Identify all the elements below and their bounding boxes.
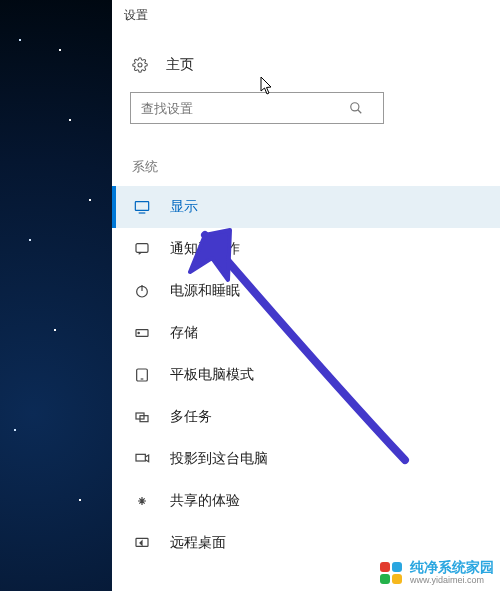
home-label: 主页	[166, 56, 194, 74]
storage-icon	[132, 325, 152, 341]
sidebar-item-label: 远程桌面	[170, 534, 226, 552]
svg-rect-14	[136, 454, 145, 461]
svg-point-0	[138, 63, 142, 67]
sidebar-item-label: 显示	[170, 198, 198, 216]
home-link[interactable]: 主页	[112, 30, 500, 78]
message-icon	[132, 241, 152, 257]
gear-icon	[130, 57, 150, 73]
sidebar-group-label: 系统	[112, 124, 500, 186]
svg-point-1	[351, 103, 359, 111]
watermark-logo-icon	[378, 560, 404, 586]
search-input[interactable]	[131, 101, 349, 116]
window-title: 设置	[112, 0, 500, 30]
sidebar-item-tablet[interactable]: 平板电脑模式	[112, 354, 500, 396]
search-box[interactable]	[130, 92, 384, 124]
project-icon	[132, 451, 152, 467]
tablet-icon	[132, 367, 152, 383]
sidebar-item-power[interactable]: 电源和睡眠	[112, 270, 500, 312]
monitor-icon	[132, 199, 152, 215]
svg-rect-3	[135, 202, 148, 211]
sidebar-item-project[interactable]: 投影到这台电脑	[112, 438, 500, 480]
watermark-name: 纯净系统家园	[410, 560, 494, 575]
search-icon	[349, 101, 383, 115]
power-icon	[132, 283, 152, 299]
sidebar-item-label: 存储	[170, 324, 198, 342]
sidebar-item-multitask[interactable]: 多任务	[112, 396, 500, 438]
watermark-url: www.yidaimei.com	[410, 576, 494, 586]
sidebar-item-display[interactable]: 显示	[112, 186, 500, 228]
desktop-wallpaper	[0, 0, 112, 591]
multitask-icon	[132, 409, 152, 425]
sidebar-item-notifications[interactable]: 通知和操作	[112, 228, 500, 270]
sidebar-item-label: 共享的体验	[170, 492, 240, 510]
sidebar-item-remote[interactable]: 远程桌面	[112, 522, 500, 564]
svg-point-9	[138, 332, 139, 333]
sidebar-item-label: 平板电脑模式	[170, 366, 254, 384]
settings-window: 设置 主页 系统	[112, 0, 500, 591]
sidebar-item-label: 电源和睡眠	[170, 282, 240, 300]
sidebar-item-shared[interactable]: 共享的体验	[112, 480, 500, 522]
sidebar-item-label: 投影到这台电脑	[170, 450, 268, 468]
sidebar-item-storage[interactable]: 存储	[112, 312, 500, 354]
remote-icon	[132, 535, 152, 551]
watermark: 纯净系统家园 www.yidaimei.com	[378, 560, 494, 586]
svg-line-2	[358, 110, 362, 114]
sidebar-item-label: 通知和操作	[170, 240, 240, 258]
sidebar-nav: 显示 通知和操作 电源和睡眠 存储	[112, 186, 500, 564]
svg-rect-5	[136, 244, 148, 253]
share-icon	[132, 493, 152, 509]
sidebar-item-label: 多任务	[170, 408, 212, 426]
